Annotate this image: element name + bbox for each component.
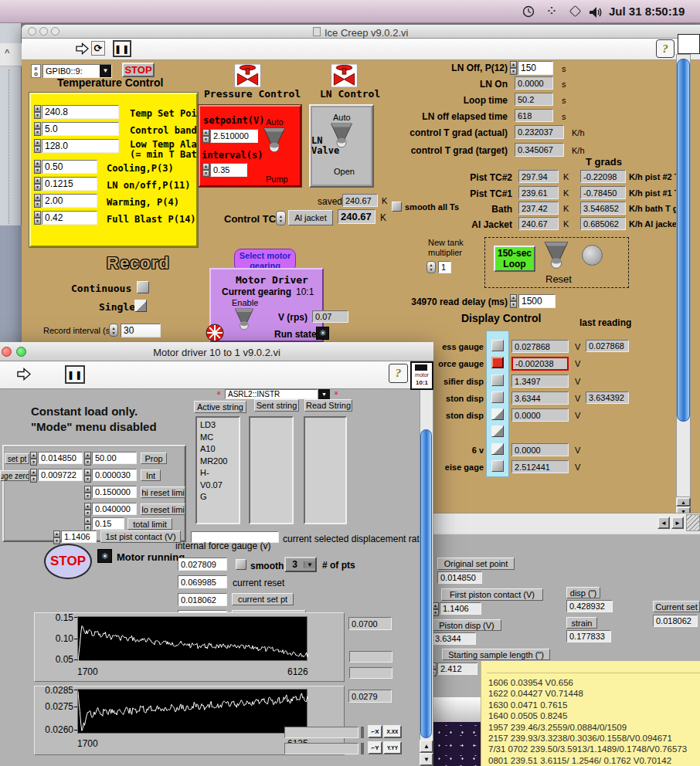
contact-field[interactable]: 1.1406	[61, 530, 97, 543]
context-help-button[interactable]: ?	[656, 39, 675, 58]
graph1-y-entry[interactable]	[349, 667, 392, 679]
x-axis-icon[interactable]: ⌐X	[368, 725, 382, 738]
control-band-field[interactable]: 5.0	[42, 122, 119, 136]
loop-150sec-button[interactable]: 150-sec Loop	[494, 246, 535, 272]
low-temp-alarm-spinner[interactable]: ▲▼	[34, 139, 41, 153]
list-item[interactable]: V0.07	[200, 480, 239, 492]
prop-field[interactable]: 50.00	[92, 452, 137, 464]
motor-vscrollbar-thumb[interactable]	[420, 429, 432, 738]
run-state-indicator[interactable]: ✳	[316, 327, 329, 340]
graph2-x-entry[interactable]	[284, 727, 358, 738]
int-field[interactable]: 0.000030	[92, 469, 137, 481]
contact-spinner[interactable]: ▲▼	[53, 530, 60, 543]
chevron-up-icon[interactable]: ^	[5, 48, 9, 57]
enable-selector-icon[interactable]	[234, 307, 254, 331]
first-piston-contact-value[interactable]: 1.1406	[440, 602, 481, 615]
motor-scroll-down-icon[interactable]: ▼	[420, 753, 433, 766]
ice-stop-button[interactable]: STOP	[122, 63, 155, 77]
total-limit-spinner[interactable]: ▲▼	[84, 517, 91, 530]
ln-onoff-field[interactable]: 0.1215	[42, 177, 97, 191]
set-pt-field[interactable]: 0.014850	[38, 452, 83, 464]
visa-dropdown-icon[interactable]: ▼	[318, 389, 330, 399]
ice-text-entry-box[interactable]	[678, 34, 700, 54]
ice-resize-grip[interactable]	[686, 514, 700, 531]
list-item[interactable]: H-	[200, 467, 239, 480]
y-axis-icon[interactable]: ⌐Y	[368, 741, 382, 754]
record-interval-spinner[interactable]: ▲▼	[109, 324, 118, 337]
warming-field[interactable]: 2.00	[42, 194, 97, 208]
read-string-list[interactable]	[304, 416, 347, 524]
lo-reset-spinner[interactable]: ▲▼	[84, 503, 91, 515]
active-string-list[interactable]: LD3 MC A10 MR200 H- V0.07 G	[195, 416, 240, 524]
low-temp-alarm-field[interactable]: 128.0	[42, 139, 119, 153]
list-item[interactable]: LD3	[200, 419, 239, 432]
run-continuously-icon[interactable]: ⟳	[91, 41, 105, 56]
six-v-checkbox[interactable]	[491, 443, 504, 455]
motor-pause-button[interactable]: ❚❚	[65, 365, 85, 384]
visa-resource-combo[interactable]: ASRL2::INSTR	[225, 389, 318, 399]
lo-reset-field[interactable]: 0.040000	[92, 503, 137, 515]
motor-run-icon[interactable]	[17, 368, 31, 381]
time-machine-icon[interactable]	[522, 5, 535, 18]
menu-extra-icon[interactable]: ⁘	[545, 5, 558, 17]
continuous-checkbox[interactable]	[137, 281, 149, 293]
ice-scroll-left-icon[interactable]: ◄	[658, 517, 670, 529]
ice-scroll-right-icon[interactable]: ►	[671, 517, 684, 529]
ln-off-spinner[interactable]: ▲▼	[510, 61, 517, 75]
smooth-all-ts-checkbox[interactable]	[392, 202, 402, 212]
graph2-y-entry[interactable]	[284, 743, 358, 754]
piston-disp1-checkbox[interactable]	[491, 391, 504, 403]
press-gauge-checkbox[interactable]	[491, 340, 504, 351]
control-tc-spinner[interactable]: ▲▼	[276, 211, 286, 225]
read-delay-field[interactable]: 1500	[518, 294, 556, 308]
new-tank-field[interactable]: 1	[438, 261, 451, 273]
control-band-spinner[interactable]: ▲▼	[34, 122, 41, 136]
ice-minimize-button[interactable]	[39, 27, 48, 36]
motor-stop-button[interactable]: STOP	[44, 544, 92, 579]
motor-help-button[interactable]: ?	[389, 364, 408, 383]
gauge-zero-spinner[interactable]: ▲▼	[30, 469, 37, 481]
smooth-checkbox[interactable]	[236, 559, 246, 570]
setpoint-spinner[interactable]: ▲▼	[202, 129, 209, 143]
x-format-button[interactable]: X.XX	[383, 725, 402, 738]
reset-selector-icon[interactable]	[543, 240, 569, 269]
interval-field[interactable]: 0.35	[210, 163, 247, 177]
int-spinner[interactable]: ▲▼	[84, 469, 91, 481]
motor-scroll-up-icon[interactable]: ▲	[420, 740, 433, 753]
hi-reset-spinner[interactable]: ▲▼	[84, 486, 91, 498]
ln-off-field[interactable]: 150	[518, 61, 553, 75]
single-checkbox[interactable]	[134, 300, 147, 312]
num-pts-dropdown[interactable]: 3 ▼	[284, 557, 317, 572]
ice-zoom-button[interactable]	[51, 27, 59, 36]
cooling-spinner[interactable]: ▲▼	[34, 160, 41, 174]
list-item[interactable]: MR200	[200, 456, 239, 468]
menu-clock[interactable]: Jul 31 8:50:19	[609, 5, 685, 18]
volume-icon[interactable]	[589, 6, 603, 19]
new-tank-spinner[interactable]: ▲▼	[426, 261, 436, 273]
y-format-button[interactable]: Y.YY	[383, 741, 402, 754]
piston-disp2-checkbox[interactable]	[491, 408, 504, 420]
control-tc-selected[interactable]: Al jacket	[288, 210, 333, 225]
full-blast-field[interactable]: 0.42	[42, 211, 97, 225]
pause-button[interactable]: ❚❚	[113, 40, 131, 57]
setpoint-field[interactable]: 2.510000	[210, 129, 258, 143]
ice-scroll-up-icon[interactable]: ▲	[676, 497, 691, 507]
ice-close-button[interactable]	[28, 27, 36, 36]
run-icon[interactable]	[76, 42, 89, 55]
list-item[interactable]: MC	[200, 432, 239, 444]
record-interval-field[interactable]: 30	[121, 324, 161, 337]
hi-reset-field[interactable]: 0.150000	[92, 486, 137, 498]
total-limit-field[interactable]: 0.15	[92, 517, 124, 530]
temp-setpoint-field[interactable]: 240.8	[42, 105, 119, 119]
ln-onoff-spinner[interactable]: ▲▼	[34, 177, 41, 191]
list-item[interactable]: G	[200, 491, 239, 503]
graph1-x-entry[interactable]	[349, 651, 392, 663]
intensifier-disp-checkbox[interactable]	[491, 375, 504, 386]
read-delay-spinner[interactable]: ▲▼	[510, 294, 517, 308]
warming-spinner[interactable]: ▲▼	[34, 194, 41, 208]
temp-setpoint-spinner[interactable]: ▲▼	[34, 105, 41, 119]
interval-spinner[interactable]: ▲▼	[202, 163, 209, 177]
motor-running-indicator[interactable]: ✳	[97, 549, 112, 563]
display-spare-checkbox[interactable]	[491, 425, 504, 437]
cooling-field[interactable]: 0.50	[42, 160, 97, 174]
